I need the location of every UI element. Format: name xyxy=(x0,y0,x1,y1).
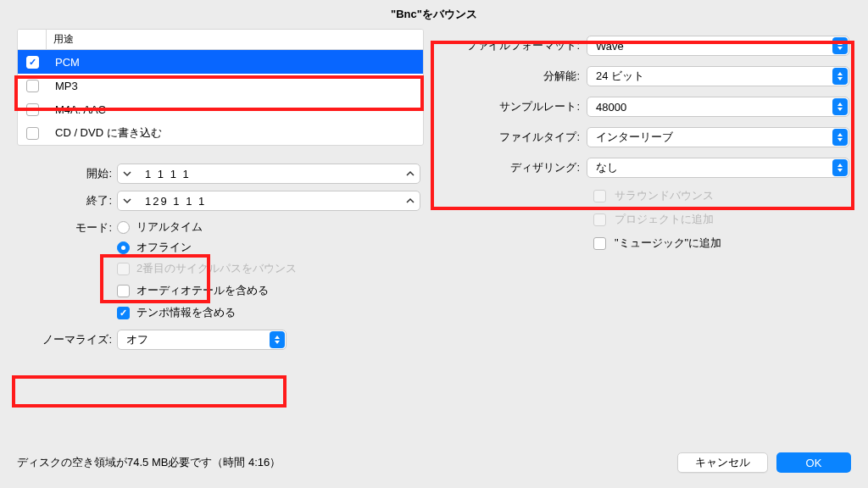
select-caret-icon xyxy=(832,159,848,176)
end-decrement[interactable] xyxy=(118,191,136,210)
start-stepper[interactable]: 1 1 1 1 xyxy=(117,164,420,184)
checkbox-m4a[interactable] xyxy=(26,103,39,116)
add-music-option[interactable]: "ミュージック"に追加 xyxy=(449,236,851,251)
resolution-select[interactable]: 24 ビット xyxy=(587,66,849,86)
end-label: 終了: xyxy=(17,193,117,208)
normalize-select[interactable]: オフ xyxy=(117,330,287,350)
audio-tail-option[interactable]: オーディオテールを含める xyxy=(117,280,297,302)
mode-realtime[interactable]: リアルタイム xyxy=(117,217,297,237)
checkbox-pcm[interactable] xyxy=(26,56,39,69)
select-caret-icon xyxy=(270,331,285,348)
dithering-label: ディザリング: xyxy=(449,160,587,175)
radio-realtime[interactable] xyxy=(117,221,130,234)
checkbox-add-project xyxy=(593,214,606,226)
end-stepper[interactable]: 129 1 1 1 xyxy=(117,191,420,211)
select-caret-icon xyxy=(832,37,848,54)
checkbox-add-music[interactable] xyxy=(593,237,606,250)
select-caret-icon xyxy=(832,98,848,115)
file-type-select[interactable]: インターリーブ xyxy=(587,127,849,147)
dialog-title: "Bnc"をバウンス xyxy=(0,0,868,29)
radio-offline[interactable] xyxy=(117,241,130,254)
dithering-select[interactable]: なし xyxy=(587,158,849,178)
checkbox-mp3[interactable] xyxy=(26,80,39,92)
checkbox-surround xyxy=(593,190,606,202)
select-caret-icon xyxy=(832,129,848,146)
sample-rate-label: サンプルレート: xyxy=(449,99,587,114)
list-row-cd[interactable]: CD / DVD に書き込む xyxy=(18,121,423,145)
second-cycle-option: 2番目のサイクルパスをバウンス xyxy=(117,258,297,280)
end-increment[interactable] xyxy=(401,191,420,210)
start-decrement[interactable] xyxy=(118,164,136,183)
file-type-label: ファイルタイプ: xyxy=(449,130,587,145)
list-row-mp3[interactable]: MP3 xyxy=(18,74,423,97)
format-label: ファイルフォーマット: xyxy=(449,38,587,53)
add-project-option: プロジェクトに追加 xyxy=(449,212,851,227)
checkbox-second-cycle xyxy=(117,263,130,275)
surround-option: サラウンドバウンス xyxy=(449,188,851,203)
tempo-option[interactable]: テンポ情報を含める xyxy=(117,302,297,324)
ok-button[interactable]: OK xyxy=(776,452,851,473)
checkbox-audio-tail[interactable] xyxy=(117,285,130,297)
start-increment[interactable] xyxy=(401,164,420,183)
mode-offline[interactable]: オフライン xyxy=(117,237,297,258)
mode-label: モード: xyxy=(17,217,117,236)
checkbox-cd[interactable] xyxy=(26,127,39,140)
list-row-pcm[interactable]: PCM xyxy=(18,50,423,74)
resolution-label: 分解能: xyxy=(449,69,587,84)
format-select[interactable]: Wave xyxy=(587,36,849,56)
select-caret-icon xyxy=(832,68,848,85)
list-header: 用途 xyxy=(18,30,423,50)
sample-rate-select[interactable]: 48000 xyxy=(587,97,849,117)
start-label: 開始: xyxy=(17,166,117,181)
cancel-button[interactable]: キャンセル xyxy=(677,452,768,473)
checkbox-tempo[interactable] xyxy=(117,307,130,319)
disk-space-text: ディスクの空き領域が74.5 MB必要です（時間 4:16） xyxy=(17,455,281,470)
destination-list: 用途 PCM MP3 M4A: AAC CD / DVD に書き込む xyxy=(17,29,424,146)
list-row-m4a[interactable]: M4A: AAC xyxy=(18,97,423,121)
normalize-label: ノーマライズ: xyxy=(17,332,117,347)
